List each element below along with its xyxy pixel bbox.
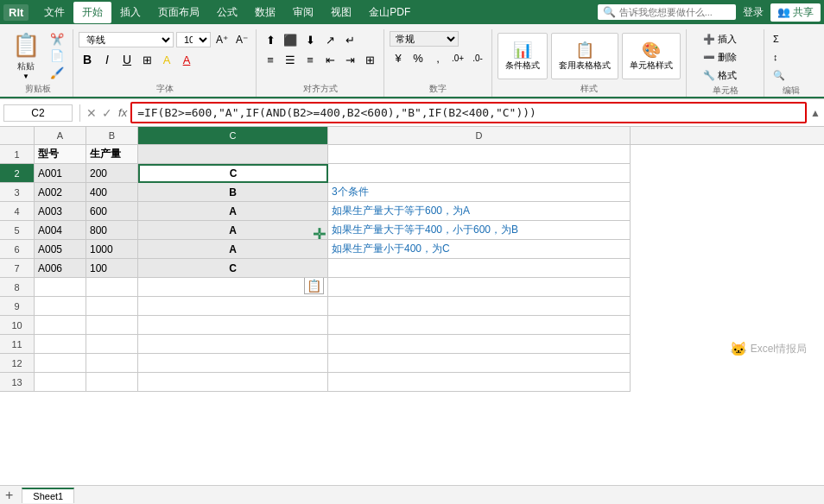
- cell-d13[interactable]: [328, 373, 631, 392]
- paste-options-icon[interactable]: 📋: [304, 278, 324, 294]
- cell-a12[interactable]: [35, 354, 86, 373]
- format-painter-button[interactable]: 🖌️: [47, 65, 67, 80]
- row-header-6[interactable]: 6: [0, 240, 35, 259]
- row-header-2[interactable]: 2: [0, 164, 35, 183]
- align-right-button[interactable]: ≡: [301, 51, 319, 68]
- cell-d2[interactable]: [328, 164, 631, 183]
- cell-d10[interactable]: [328, 316, 631, 335]
- cell-a9[interactable]: [35, 297, 86, 316]
- border-button[interactable]: ⊞: [138, 51, 155, 68]
- decrease-indent-button[interactable]: ⇤: [321, 51, 339, 68]
- cell-d9[interactable]: [328, 297, 631, 316]
- underline-button[interactable]: U: [118, 51, 136, 68]
- cut-button[interactable]: ✂️: [47, 32, 67, 47]
- row-header-4[interactable]: 4: [0, 202, 35, 221]
- cell-d12[interactable]: [328, 354, 631, 373]
- cell-a13[interactable]: [35, 373, 86, 392]
- cell-d5[interactable]: 如果生产量大于等于400，小于600，为B: [328, 221, 631, 240]
- cell-a8[interactable]: [35, 278, 86, 297]
- row-header-9[interactable]: 9: [0, 297, 35, 316]
- percent-button[interactable]: %: [409, 49, 427, 66]
- formula-input-box[interactable]: =IF(B2>=600,"A",IF(AND(B2>=400,B2<600),"…: [130, 102, 807, 123]
- row-header-12[interactable]: 12: [0, 354, 35, 373]
- cell-c9[interactable]: [138, 297, 328, 316]
- sheet-tab-sheet1[interactable]: Sheet1: [22, 488, 74, 503]
- cell-a7[interactable]: A006: [35, 259, 86, 278]
- font-size-selector[interactable]: 10: [176, 32, 211, 47]
- ribbon-collapse-button[interactable]: ▲: [810, 107, 821, 119]
- sheet-tab-add-button[interactable]: +: [0, 486, 18, 505]
- cell-a11[interactable]: [35, 335, 86, 354]
- menu-item-pdf[interactable]: 金山PDF: [360, 2, 419, 23]
- cell-d4[interactable]: 如果生产量大于等于600，为A: [328, 202, 631, 221]
- formula-cancel-icon[interactable]: ✕: [84, 106, 99, 120]
- menu-item-file[interactable]: 文件: [35, 2, 73, 23]
- col-header-a[interactable]: A: [35, 127, 86, 144]
- wrap-text-button[interactable]: ↵: [341, 31, 358, 48]
- cell-c8[interactable]: 📋: [138, 278, 328, 297]
- font-decrease-button[interactable]: A⁻: [233, 31, 250, 48]
- row-header-5[interactable]: 5: [0, 221, 35, 240]
- font-selector[interactable]: 等线: [79, 32, 174, 47]
- cell-b11[interactable]: [86, 335, 138, 354]
- cell-d7[interactable]: [328, 259, 631, 278]
- cell-c11[interactable]: [138, 335, 328, 354]
- cell-c13[interactable]: [138, 373, 328, 392]
- cell-c10[interactable]: [138, 316, 328, 335]
- font-increase-button[interactable]: A⁺: [213, 31, 231, 48]
- menu-item-layout[interactable]: 页面布局: [149, 2, 208, 23]
- align-center-button[interactable]: ☰: [282, 51, 299, 68]
- align-top-button[interactable]: ⬆: [262, 31, 279, 48]
- text-angle-button[interactable]: ↗: [321, 31, 339, 48]
- insert-button[interactable]: ➕ 插入: [700, 31, 751, 47]
- italic-button[interactable]: I: [98, 51, 116, 68]
- cell-c12[interactable]: [138, 354, 328, 373]
- bold-button[interactable]: B: [79, 51, 96, 68]
- cell-b5[interactable]: 800: [86, 221, 138, 240]
- cell-b9[interactable]: [86, 297, 138, 316]
- font-color-button[interactable]: A: [178, 51, 195, 68]
- row-header-7[interactable]: 7: [0, 259, 35, 278]
- decrease-decimal-button[interactable]: .0-: [469, 49, 486, 66]
- cell-b1[interactable]: 生产量: [86, 145, 138, 164]
- table-format-button[interactable]: 📋 套用表格格式: [551, 33, 618, 79]
- cell-d8[interactable]: [328, 278, 631, 297]
- format-button[interactable]: 🔧 格式: [700, 67, 751, 83]
- align-bottom-button[interactable]: ⬇: [301, 31, 319, 48]
- cell-c2[interactable]: C: [138, 164, 328, 183]
- menu-item-review[interactable]: 审阅: [284, 2, 322, 23]
- row-header-11[interactable]: 11: [0, 335, 35, 354]
- number-format-selector[interactable]: 常规: [390, 31, 459, 47]
- cell-a5[interactable]: A004: [35, 221, 86, 240]
- formula-confirm-icon[interactable]: ✓: [99, 106, 115, 120]
- login-button[interactable]: 登录: [743, 5, 764, 20]
- cell-reference-input[interactable]: [3, 104, 73, 122]
- row-header-3[interactable]: 3: [0, 183, 35, 202]
- cell-d6[interactable]: 如果生产量小于400，为C: [328, 240, 631, 259]
- align-middle-button[interactable]: ⬛: [282, 31, 299, 48]
- cell-b7[interactable]: 100: [86, 259, 138, 278]
- search-box[interactable]: 🔍: [598, 4, 736, 20]
- cell-c6[interactable]: A: [138, 240, 328, 259]
- cell-a3[interactable]: A002: [35, 183, 86, 202]
- sum-button[interactable]: Σ: [770, 31, 813, 47]
- increase-indent-button[interactable]: ⇥: [341, 51, 358, 68]
- cell-b8[interactable]: [86, 278, 138, 297]
- delete-button[interactable]: ➖ 删除: [700, 49, 751, 65]
- increase-decimal-button[interactable]: .0+: [449, 49, 466, 66]
- search-input[interactable]: [619, 7, 723, 17]
- cell-d1[interactable]: [328, 145, 631, 164]
- cell-b4[interactable]: 600: [86, 202, 138, 221]
- cell-a1[interactable]: 型号: [35, 145, 86, 164]
- merge-button[interactable]: ⊞: [361, 51, 378, 68]
- cell-c1[interactable]: [138, 145, 328, 164]
- cell-a4[interactable]: A003: [35, 202, 86, 221]
- sort-button[interactable]: ↕: [770, 49, 813, 65]
- cell-b6[interactable]: 1000: [86, 240, 138, 259]
- cell-d11[interactable]: [328, 335, 631, 354]
- row-header-8[interactable]: 8: [0, 278, 35, 297]
- col-header-d[interactable]: D: [328, 127, 631, 144]
- row-header-13[interactable]: 13: [0, 373, 35, 392]
- cell-style-button[interactable]: 🎨 单元格样式: [622, 33, 681, 79]
- cell-b10[interactable]: [86, 316, 138, 335]
